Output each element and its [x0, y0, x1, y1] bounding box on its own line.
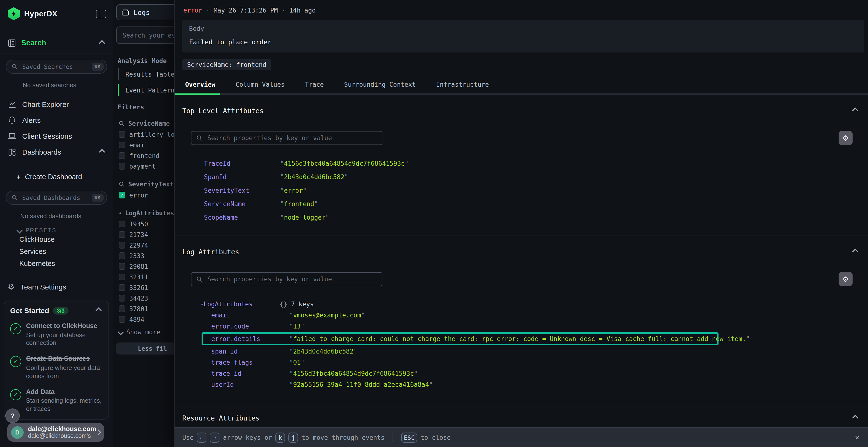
tab-infrastructure[interactable]: Infrastructure	[436, 81, 489, 88]
filter-group-logattributes[interactable]: LogAttributes	[119, 209, 174, 217]
attr-key[interactable]: LogAttributes	[204, 301, 253, 308]
attr-value[interactable]: error	[280, 187, 307, 194]
tab-surrounding-context[interactable]: Surrounding Context	[344, 81, 416, 88]
checkbox[interactable]	[119, 231, 125, 238]
saved-searches-field[interactable]	[21, 63, 88, 71]
property-search-input[interactable]	[191, 272, 382, 286]
service-tag[interactable]: ServiceName: frontend	[182, 59, 271, 70]
chevron-up-icon[interactable]	[95, 307, 101, 313]
filter-option[interactable]: 19350	[119, 219, 174, 229]
saved-searches-input[interactable]: ⌘K	[6, 60, 107, 74]
filter-option[interactable]: 4894	[119, 314, 174, 325]
attr-value[interactable]: frontend	[280, 200, 318, 207]
filter-option[interactable]: 37801	[119, 304, 174, 314]
attr-key[interactable]: SpanId	[204, 173, 280, 180]
create-dashboard-button[interactable]: + Create Dashboard	[0, 169, 113, 184]
mode-results-table[interactable]: Results Table	[118, 68, 174, 80]
filter-option[interactable]: 2333	[119, 250, 174, 261]
chevron-up-icon[interactable]	[99, 149, 105, 155]
sidebar-item-alerts[interactable]: Alerts	[0, 112, 113, 128]
step-title[interactable]: Add Data	[26, 387, 103, 396]
source-select[interactable]: Logs	[116, 4, 174, 20]
attr-value[interactable]: node-logger	[280, 214, 329, 221]
attr-key[interactable]: error.code	[211, 323, 289, 330]
attr-key[interactable]: userId	[211, 381, 289, 388]
checkbox[interactable]	[119, 142, 125, 148]
checkbox[interactable]	[119, 220, 125, 227]
filter-group-severitytext[interactable]: SeverityText	[119, 181, 174, 188]
attr-key[interactable]: trace_flags	[211, 359, 289, 366]
saved-dashboards-field[interactable]	[21, 194, 88, 202]
sidebar-item-chart-explorer[interactable]: Chart Explorer	[0, 96, 113, 112]
sidebar-collapse-icon[interactable]	[96, 9, 106, 18]
attr-key[interactable]: SeverityText	[204, 187, 280, 194]
attr-key[interactable]: ScopeName	[204, 214, 280, 221]
highlighted-row-error-details[interactable]: error.details failed to charge card: cou…	[202, 332, 718, 345]
body-value[interactable]: Failed to place order	[189, 38, 858, 46]
checkbox-checked[interactable]	[119, 192, 125, 199]
filter-option[interactable]: artillery-loa	[119, 129, 174, 140]
filter-option[interactable]: 33261	[119, 282, 174, 293]
attr-key[interactable]: email	[211, 312, 289, 319]
checkbox[interactable]	[119, 305, 125, 312]
attr-value[interactable]: 4156d3fbc40a64854d9dc7f68641593c	[289, 370, 417, 377]
attr-value[interactable]: 13	[289, 323, 305, 330]
filter-option[interactable]: error	[119, 190, 174, 200]
event-search-input[interactable]	[116, 27, 174, 44]
sidebar-item-search[interactable]: Search	[0, 38, 113, 47]
checkbox[interactable]	[119, 274, 125, 280]
event-search-field[interactable]	[122, 31, 174, 39]
attr-value[interactable]: 01	[289, 359, 305, 366]
chevron-up-icon[interactable]	[99, 40, 105, 46]
tree-root-row[interactable]: ▾ LogAttributes {}7 keys	[182, 299, 863, 310]
checkbox[interactable]	[119, 131, 125, 138]
attr-key[interactable]: error.details	[211, 335, 289, 342]
presets-toggle[interactable]: PRESETS	[0, 227, 113, 233]
filter-option[interactable]: email	[119, 140, 174, 150]
checkbox[interactable]	[119, 295, 125, 302]
less-filters-button[interactable]: Less fil	[116, 342, 174, 354]
filter-option[interactable]: 22974	[119, 240, 174, 250]
attr-value[interactable]: 2b43d0c4dd6bc582	[280, 173, 348, 180]
attr-value[interactable]: 4156d3fbc40a64854d9dc7f68641593c	[280, 160, 408, 167]
sidebar-item-client-sessions[interactable]: Client Sessions	[0, 128, 113, 144]
checkbox[interactable]	[119, 152, 125, 159]
sidebar-item-clickhouse[interactable]: ClickHouse	[0, 233, 113, 245]
property-search-field[interactable]	[207, 275, 377, 283]
attr-key[interactable]: TraceId	[204, 160, 280, 167]
attr-value[interactable]: vmoses@example.com	[289, 312, 365, 319]
sidebar-item-dashboards[interactable]: Dashboards	[0, 144, 113, 160]
get-started-header[interactable]: Get Started 3/3	[10, 306, 103, 314]
property-search-field[interactable]	[207, 134, 377, 142]
checkbox[interactable]	[119, 316, 125, 323]
checkbox[interactable]	[119, 252, 125, 259]
checkbox[interactable]	[119, 284, 125, 291]
attr-value[interactable]: failed to charge card: could not charge …	[289, 335, 750, 342]
tab-overview[interactable]: Overview	[185, 81, 215, 88]
sidebar-item-kubernetes[interactable]: Kubernetes	[0, 257, 113, 269]
checkbox[interactable]	[119, 263, 125, 270]
filter-option[interactable]: payment	[119, 161, 174, 171]
attr-key[interactable]: span_id	[211, 348, 289, 355]
settings-button[interactable]: ⚙	[839, 131, 852, 145]
help-button[interactable]: ?	[5, 409, 20, 423]
filter-group-servicename[interactable]: ServiceName	[119, 120, 174, 127]
caret-down-icon[interactable]: ▾	[200, 302, 204, 307]
attr-value[interactable]: 2b43d0c4dd6bc582	[289, 348, 357, 355]
mode-event-patterns[interactable]: Event Patterns	[118, 84, 174, 96]
filter-option[interactable]: 29081	[119, 261, 174, 272]
filter-option[interactable]: frontend	[119, 150, 174, 161]
show-more-button[interactable]: Show more	[119, 329, 174, 336]
attr-key[interactable]: ServiceName	[204, 200, 280, 207]
close-icon[interactable]: ✕	[855, 433, 859, 442]
step-title[interactable]: Create Data Sources	[26, 355, 103, 363]
checkbox[interactable]	[119, 163, 125, 170]
filter-option[interactable]: 32311	[119, 272, 174, 282]
step-title[interactable]: Connect to ClickHouse	[26, 322, 103, 330]
tab-column-values[interactable]: Column Values	[236, 81, 285, 88]
checkbox[interactable]	[119, 242, 125, 248]
tab-trace[interactable]: Trace	[305, 81, 324, 88]
user-menu[interactable]: D dale@clickhouse.com dale@clickhouse.co…	[7, 423, 104, 442]
filter-option[interactable]: 34423	[119, 293, 174, 304]
sidebar-item-services[interactable]: Services	[0, 245, 113, 257]
